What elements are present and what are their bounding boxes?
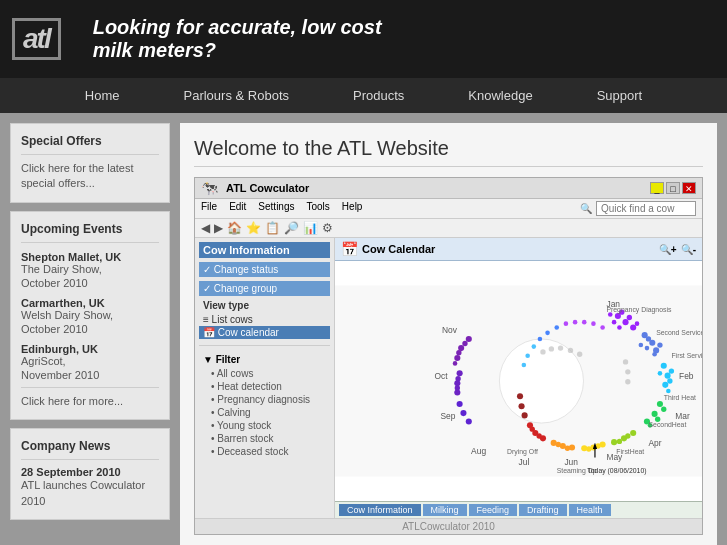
svg-point-29 xyxy=(661,407,666,412)
filter-barren[interactable]: • Barren stock xyxy=(199,432,330,445)
nav-products[interactable]: Products xyxy=(321,78,436,113)
svg-point-27 xyxy=(652,411,658,417)
event-3-date: November 2010 xyxy=(21,369,159,381)
svg-point-84 xyxy=(540,349,545,354)
svg-point-54 xyxy=(517,393,523,399)
nav-support[interactable]: Support xyxy=(565,78,675,113)
menu-tools[interactable]: Tools xyxy=(307,201,330,216)
svg-text:Jul: Jul xyxy=(519,457,530,467)
nav-home[interactable]: Home xyxy=(53,78,152,113)
filter-deceased[interactable]: • Deceased stock xyxy=(199,445,330,458)
filter-all[interactable]: • All cows xyxy=(199,367,330,380)
cow-calendar-visual: Jan Nov Oct Sep Aug Jul Jun May Apr Mar … xyxy=(335,261,702,501)
filter-heat[interactable]: • Heat detection xyxy=(199,380,330,393)
svg-point-34 xyxy=(611,439,617,445)
svg-text:Pregnancy Diagnosis: Pregnancy Diagnosis xyxy=(606,306,672,314)
maximize-button[interactable]: □ xyxy=(666,182,680,194)
toolbar-icon-3[interactable]: 🏠 xyxy=(227,221,242,235)
change-group-btn[interactable]: ✓ Change group xyxy=(199,281,330,296)
svg-text:First Service: First Service xyxy=(671,352,702,359)
more-events-link[interactable]: Click here for more... xyxy=(21,394,159,409)
svg-point-79 xyxy=(522,363,527,368)
tab-milking[interactable]: Milking xyxy=(423,504,467,516)
svg-text:Aug: Aug xyxy=(471,446,486,456)
svg-point-83 xyxy=(549,346,554,351)
svg-point-57 xyxy=(454,355,460,361)
svg-point-59 xyxy=(456,350,461,355)
logo: atl xyxy=(12,18,61,60)
divider xyxy=(199,345,330,346)
toolbar-icon-5[interactable]: 📋 xyxy=(265,221,280,235)
toolbar-icon-2[interactable]: ▶ xyxy=(214,221,223,235)
cow-calendar-item[interactable]: 📅 Cow calendar xyxy=(199,326,330,339)
special-offers-link[interactable]: Click here for the latest special offers… xyxy=(21,161,159,192)
svg-point-10 xyxy=(617,325,622,330)
tab-drafting[interactable]: Drafting xyxy=(519,504,567,516)
svg-point-65 xyxy=(455,385,460,390)
menu-help[interactable]: Help xyxy=(342,201,363,216)
event-2-name: Welsh Dairy Show, xyxy=(21,309,159,321)
banner-ad: Looking for accurate, low cost milk mete… xyxy=(77,8,715,70)
svg-text:Jun: Jun xyxy=(564,457,578,467)
svg-text:Drying Off: Drying Off xyxy=(507,448,538,456)
filter-calving[interactable]: • Calving xyxy=(199,406,330,419)
svg-point-87 xyxy=(625,379,630,384)
svg-text:Oct: Oct xyxy=(434,371,448,381)
filter-pregnancy[interactable]: • Pregnancy diagnosis xyxy=(199,393,330,406)
zoom-in-btn[interactable]: 🔍+ xyxy=(659,244,677,255)
search-icon: 🔍 xyxy=(580,203,592,214)
svg-point-45 xyxy=(565,446,570,451)
nav-parlours[interactable]: Parlours & Robots xyxy=(152,78,322,113)
svg-point-15 xyxy=(657,342,662,347)
svg-point-50 xyxy=(536,433,541,438)
toolbar-icon-4[interactable]: ⭐ xyxy=(246,221,261,235)
svg-point-3 xyxy=(622,319,628,325)
svg-text:Second Service: Second Service xyxy=(656,329,702,336)
change-status-btn[interactable]: ✓ Change status xyxy=(199,262,330,277)
svg-point-67 xyxy=(460,410,466,416)
tab-feeding[interactable]: Feeding xyxy=(469,504,518,516)
nav-knowledge[interactable]: Knowledge xyxy=(436,78,564,113)
svg-point-55 xyxy=(466,336,472,342)
window-controls: _ □ ✕ xyxy=(650,182,696,194)
app-copyright: ATLCowculator 2010 xyxy=(195,518,702,534)
zoom-out-btn[interactable]: 🔍- xyxy=(681,244,696,255)
svg-point-21 xyxy=(662,382,668,388)
toolbar-icon-8[interactable]: ⚙ xyxy=(322,221,333,235)
svg-point-82 xyxy=(558,345,563,350)
filter-young[interactable]: • Young stock xyxy=(199,419,330,432)
svg-text:Mar: Mar xyxy=(675,411,690,421)
cow-search-input[interactable] xyxy=(596,201,696,216)
event-1-location: Shepton Mallet, UK xyxy=(21,251,159,263)
toolbar-icon-7[interactable]: 📊 xyxy=(303,221,318,235)
tab-health[interactable]: Health xyxy=(569,504,611,516)
menu-settings[interactable]: Settings xyxy=(258,201,294,216)
calendar-svg: Jan Nov Oct Sep Aug Jul Jun May Apr Mar … xyxy=(335,261,702,501)
svg-point-77 xyxy=(531,344,536,349)
calendar-title: Cow Calendar xyxy=(362,243,435,255)
tab-cow-info[interactable]: Cow Information xyxy=(339,504,421,516)
svg-point-68 xyxy=(466,418,472,424)
svg-point-32 xyxy=(630,430,636,436)
calendar-icon: 📅 xyxy=(341,241,358,257)
toolbar-icon-6[interactable]: 🔎 xyxy=(284,221,299,235)
divider xyxy=(21,242,159,243)
svg-point-19 xyxy=(661,363,667,369)
event-1-date: October 2010 xyxy=(21,277,159,289)
svg-text:Today (08/06/2010): Today (08/06/2010) xyxy=(587,467,646,475)
menu-edit[interactable]: Edit xyxy=(229,201,246,216)
svg-point-71 xyxy=(582,320,587,325)
menu-file[interactable]: File xyxy=(201,201,217,216)
minimize-button[interactable]: _ xyxy=(650,182,664,194)
app-menu: File Edit Settings Tools Help 🔍 xyxy=(195,199,702,219)
list-cows-item[interactable]: ≡ List cows xyxy=(199,313,330,326)
divider xyxy=(21,154,159,155)
view-type-label: View type xyxy=(199,298,330,313)
svg-point-26 xyxy=(657,401,663,407)
event-1-name: The Dairy Show, xyxy=(21,263,159,275)
event-3-name: AgriScot, xyxy=(21,355,159,367)
toolbar-icon-1[interactable]: ◀ xyxy=(201,221,210,235)
event-2-date: October 2010 xyxy=(21,323,159,335)
bottom-panel: Cow Information Milking Feeding Drafting… xyxy=(335,501,702,518)
close-button[interactable]: ✕ xyxy=(682,182,696,194)
